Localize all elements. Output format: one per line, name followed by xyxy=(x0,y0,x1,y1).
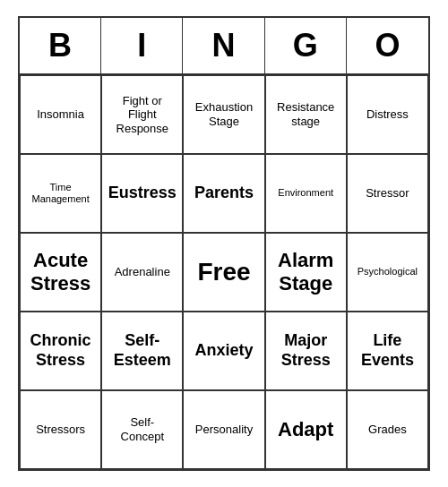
bingo-letter-n: N xyxy=(183,18,264,73)
bingo-cell-19: LifeEvents xyxy=(347,312,428,390)
bingo-cell-23: Adapt xyxy=(265,390,347,469)
bingo-letter-b: B xyxy=(20,18,101,73)
bingo-cell-9: Stressor xyxy=(347,154,428,233)
bingo-cell-7: Parents xyxy=(183,154,264,233)
bingo-card: BINGO InsomniaFight orFlightResponseExha… xyxy=(18,16,430,471)
bingo-cell-16: Self-Esteem xyxy=(101,312,183,390)
bingo-cell-13: AlarmStage xyxy=(265,233,347,312)
bingo-letter-i: I xyxy=(101,18,183,73)
bingo-cell-3: Resistancestage xyxy=(265,75,347,154)
bingo-header: BINGO xyxy=(20,18,428,75)
bingo-cell-6: Eustress xyxy=(101,154,183,233)
bingo-cell-14: Psychological xyxy=(347,233,428,312)
bingo-cell-4: Distress xyxy=(347,75,428,154)
bingo-cell-5: TimeManagement xyxy=(20,154,101,233)
bingo-grid: InsomniaFight orFlightResponseExhaustion… xyxy=(20,75,428,469)
bingo-cell-21: Self-Concept xyxy=(101,390,183,469)
bingo-cell-0: Insomnia xyxy=(20,75,101,154)
bingo-cell-10: AcuteStress xyxy=(20,233,101,312)
bingo-cell-8: Environment xyxy=(265,154,347,233)
bingo-cell-15: ChronicStress xyxy=(20,312,101,390)
bingo-cell-1: Fight orFlightResponse xyxy=(101,75,183,154)
bingo-cell-20: Stressors xyxy=(20,390,101,469)
bingo-cell-11: Adrenaline xyxy=(101,233,183,312)
bingo-letter-o: O xyxy=(347,18,428,73)
bingo-cell-2: ExhaustionStage xyxy=(183,75,264,154)
bingo-cell-18: MajorStress xyxy=(265,312,347,390)
bingo-cell-22: Personality xyxy=(183,390,264,469)
bingo-cell-12: Free xyxy=(183,233,264,312)
bingo-cell-24: Grades xyxy=(347,390,428,469)
bingo-letter-g: G xyxy=(265,18,347,73)
bingo-cell-17: Anxiety xyxy=(183,312,264,390)
